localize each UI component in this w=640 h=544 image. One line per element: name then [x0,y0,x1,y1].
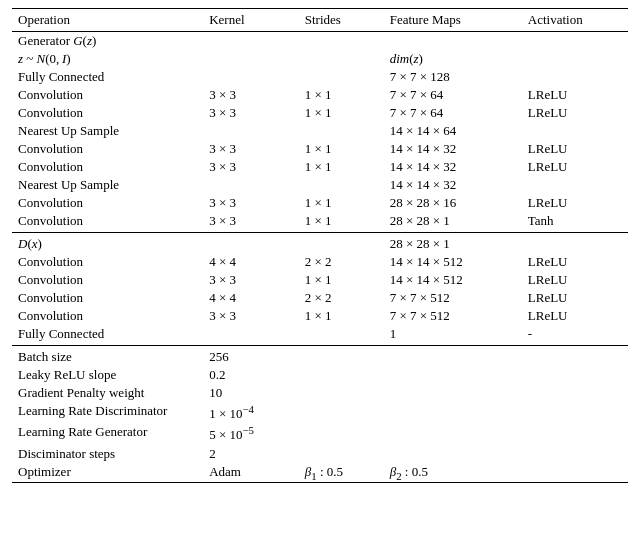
cell-feature-maps: β2 : 0.5 [384,463,522,483]
table-row: Fully Connected 1 - [12,325,628,346]
cell-kernel [203,50,299,68]
cell-operation: Convolution [12,194,203,212]
cell-strides [299,366,384,384]
cell-activation [522,384,628,402]
cell-kernel [203,233,299,254]
cell-strides: 1 × 1 [299,307,384,325]
cell-kernel: 5 × 10−5 [203,423,299,444]
table-row: Gradient Penalty weight 10 [12,384,628,402]
cell-operation: Learning Rate Generator [12,423,203,444]
cell-kernel: 4 × 4 [203,253,299,271]
cell-activation [522,32,628,51]
cell-activation: LReLU [522,289,628,307]
cell-feature-maps: 14 × 14 × 32 [384,158,522,176]
cell-activation: LReLU [522,271,628,289]
cell-kernel: 3 × 3 [203,271,299,289]
table-row: Nearest Up Sample 14 × 14 × 32 [12,176,628,194]
cell-strides [299,50,384,68]
cell-operation: Optimizer [12,463,203,483]
cell-feature-maps: 7 × 7 × 64 [384,86,522,104]
cell-kernel: 3 × 3 [203,212,299,233]
cell-operation: D(x) [12,233,203,254]
cell-feature-maps: 28 × 28 × 16 [384,194,522,212]
header-operation: Operation [12,9,203,32]
cell-strides: 1 × 1 [299,86,384,104]
table-row: z ~ N(0, I) dim(z) [12,50,628,68]
cell-activation [522,50,628,68]
table-row: Generator G(z) [12,32,628,51]
cell-feature-maps: 7 × 7 × 512 [384,289,522,307]
cell-activation [522,176,628,194]
cell-operation: z ~ N(0, I) [12,50,203,68]
cell-kernel [203,68,299,86]
table-row: Convolution 3 × 3 1 × 1 14 × 14 × 32 LRe… [12,140,628,158]
cell-activation: LReLU [522,194,628,212]
cell-operation: Generator G(z) [12,32,203,51]
cell-activation: LReLU [522,140,628,158]
table-row: Convolution 3 × 3 1 × 1 7 × 7 × 64 LReLU [12,86,628,104]
cell-feature-maps: 1 [384,325,522,346]
cell-strides [299,346,384,367]
cell-activation: LReLU [522,86,628,104]
cell-operation: Convolution [12,307,203,325]
cell-strides [299,122,384,140]
cell-strides: 1 × 1 [299,104,384,122]
cell-activation: LReLU [522,253,628,271]
cell-strides: 2 × 2 [299,289,384,307]
cell-kernel: 10 [203,384,299,402]
cell-operation: Gradient Penalty weight [12,384,203,402]
cell-kernel: 2 [203,445,299,463]
architecture-table: Operation Kernel Strides Feature Maps Ac… [12,8,628,483]
cell-kernel [203,325,299,346]
cell-kernel: 4 × 4 [203,289,299,307]
cell-activation [522,366,628,384]
cell-activation: LReLU [522,104,628,122]
table-row: D(x) 28 × 28 × 1 [12,233,628,254]
cell-strides [299,68,384,86]
cell-feature-maps: 7 × 7 × 128 [384,68,522,86]
table-row: Convolution 4 × 4 2 × 2 7 × 7 × 512 LReL… [12,289,628,307]
table-row: Fully Connected 7 × 7 × 128 [12,68,628,86]
table-row: Batch size 256 [12,346,628,367]
cell-feature-maps: 7 × 7 × 512 [384,307,522,325]
cell-operation: Convolution [12,158,203,176]
cell-feature-maps: 28 × 28 × 1 [384,212,522,233]
cell-activation [522,233,628,254]
header-activation: Activation [522,9,628,32]
cell-activation [522,463,628,483]
cell-activation [522,423,628,444]
cell-kernel: 3 × 3 [203,86,299,104]
table-row: Convolution 3 × 3 1 × 1 7 × 7 × 512 LReL… [12,307,628,325]
cell-strides: 1 × 1 [299,212,384,233]
cell-kernel: 3 × 3 [203,194,299,212]
table-row: Convolution 3 × 3 1 × 1 14 × 14 × 512 LR… [12,271,628,289]
cell-strides: 1 × 1 [299,271,384,289]
cell-activation [522,402,628,423]
cell-activation: Tanh [522,212,628,233]
cell-activation [522,68,628,86]
table-row: Convolution 4 × 4 2 × 2 14 × 14 × 512 LR… [12,253,628,271]
table-row: Convolution 3 × 3 1 × 1 14 × 14 × 32 LRe… [12,158,628,176]
cell-operation: Batch size [12,346,203,367]
cell-operation: Convolution [12,289,203,307]
cell-feature-maps [384,346,522,367]
cell-strides [299,325,384,346]
cell-operation: Disciminator steps [12,445,203,463]
cell-activation: - [522,325,628,346]
cell-strides [299,402,384,423]
cell-kernel: 256 [203,346,299,367]
cell-kernel: 1 × 10−4 [203,402,299,423]
cell-strides: 1 × 1 [299,158,384,176]
cell-kernel: 3 × 3 [203,158,299,176]
cell-operation: Nearest Up Sample [12,176,203,194]
cell-operation: Nearest Up Sample [12,122,203,140]
cell-kernel: 0.2 [203,366,299,384]
cell-kernel: Adam [203,463,299,483]
cell-feature-maps: 28 × 28 × 1 [384,233,522,254]
cell-operation: Convolution [12,140,203,158]
cell-feature-maps: 14 × 14 × 512 [384,271,522,289]
cell-strides: 1 × 1 [299,194,384,212]
table-row: Nearest Up Sample 14 × 14 × 64 [12,122,628,140]
cell-kernel: 3 × 3 [203,140,299,158]
table-row: Learning Rate Generator 5 × 10−5 [12,423,628,444]
